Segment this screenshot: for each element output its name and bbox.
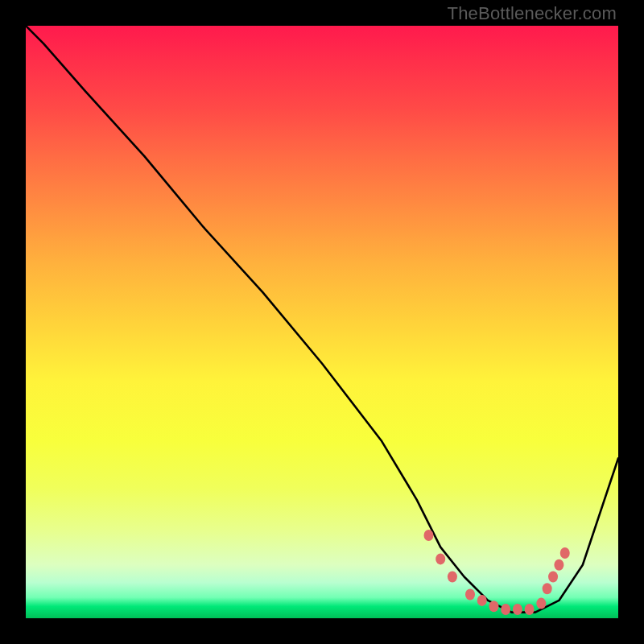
marker-dot [436, 553, 445, 564]
marker-dot [501, 604, 510, 615]
marker-dot [554, 559, 564, 571]
marker-dot [513, 604, 522, 615]
bottleneck-curve-line [26, 26, 618, 613]
marker-dot [560, 547, 570, 559]
marker-dot [448, 571, 457, 582]
plot-area [26, 26, 618, 618]
optimal-band-markers [423, 530, 569, 615]
chart-svg [26, 26, 618, 618]
marker-dot [465, 589, 475, 601]
marker-dot [423, 530, 433, 541]
marker-dot [536, 598, 546, 609]
marker-dot [548, 571, 558, 582]
marker-dot [543, 583, 552, 594]
chart-frame: TheBottlenecker.com [0, 0, 644, 644]
marker-dot [489, 601, 498, 612]
watermark-text: TheBottlenecker.com [448, 3, 617, 24]
marker-dot [525, 604, 535, 615]
marker-dot [477, 595, 487, 606]
curve-layer [26, 26, 618, 613]
